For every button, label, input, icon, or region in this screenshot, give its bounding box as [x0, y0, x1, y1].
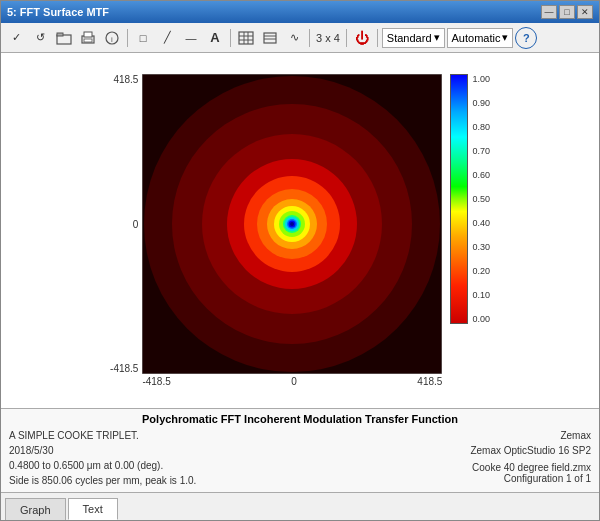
refresh-button[interactable]: ↺ [29, 27, 51, 49]
heatmap-svg [142, 74, 442, 374]
text-button[interactable]: A [204, 27, 226, 49]
plot-area: 418.5 0 -418.5 [110, 74, 490, 387]
colorbar: 1.00 0.90 0.80 0.70 0.60 0.50 0.40 0.30 … [450, 74, 490, 387]
info-line2: 2018/5/30 [9, 443, 196, 458]
cb-label-9: 0.10 [472, 290, 490, 300]
maximize-button[interactable]: □ [559, 5, 575, 19]
y-axis: 418.5 0 -418.5 [110, 74, 138, 374]
svg-point-29 [290, 222, 294, 226]
info-title: Polychromatic FFT Incoherent Modulation … [9, 413, 591, 425]
check-button[interactable]: ✓ [5, 27, 27, 49]
main-content: 418.5 0 -418.5 [1, 53, 599, 520]
info-right-container: Zemax Zemax OpticStudio 16 SP2 Cooke 40 … [470, 428, 591, 488]
line-button[interactable]: ╱ [156, 27, 178, 49]
tab-text[interactable]: Text [68, 498, 118, 520]
right-line2: Zemax OpticStudio 16 SP2 [470, 443, 591, 458]
y-mid-label: 0 [133, 219, 139, 230]
cb-label-4: 0.60 [472, 170, 490, 180]
x-mid-label: 0 [291, 376, 297, 387]
y-max-label: 418.5 [113, 74, 138, 85]
colorbar-inner: 1.00 0.90 0.80 0.70 0.60 0.50 0.40 0.30 … [450, 74, 490, 324]
svg-rect-12 [264, 33, 276, 43]
svg-rect-3 [84, 32, 92, 37]
tab-graph-label: Graph [20, 504, 51, 516]
sep5 [377, 29, 378, 47]
y-min-label: -418.5 [110, 363, 138, 374]
grid-view-button[interactable] [235, 27, 257, 49]
x-max-label: 418.5 [417, 376, 442, 387]
automatic-label: Automatic [452, 32, 501, 44]
cb-label-3: 0.70 [472, 146, 490, 156]
automatic-chevron-icon: ▾ [502, 31, 508, 44]
bottom-tabs: Graph Text [1, 492, 599, 520]
cb-label-6: 0.40 [472, 218, 490, 228]
info-line4: Side is 850.06 cycles per mm, peak is 1.… [9, 473, 196, 488]
tab-graph[interactable]: Graph [5, 498, 66, 520]
window-title: 5: FFT Surface MTF [7, 6, 109, 18]
info-line1: A SIMPLE COOKE TRIPLET. [9, 428, 196, 443]
help-button[interactable]: ? [515, 27, 537, 49]
close-button[interactable]: ✕ [577, 5, 593, 19]
cb-label-1: 0.90 [472, 98, 490, 108]
colorbar-labels: 1.00 0.90 0.80 0.70 0.60 0.50 0.40 0.30 … [472, 74, 490, 324]
plot-with-axes: 418.5 0 -418.5 [110, 74, 490, 387]
info-panel: Polychromatic FFT Incoherent Modulation … [1, 408, 599, 492]
x-min-label: -418.5 [142, 376, 170, 387]
svg-rect-4 [84, 39, 92, 42]
info-left: A SIMPLE COOKE TRIPLET. 2018/5/30 0.4800… [9, 428, 196, 488]
info-right: Zemax Zemax OpticStudio 16 SP2 [470, 428, 591, 458]
dash-button[interactable]: — [180, 27, 202, 49]
box-button[interactable]: □ [132, 27, 154, 49]
open-button[interactable] [53, 27, 75, 49]
wave-button[interactable]: ∿ [283, 27, 305, 49]
svg-text:i: i [111, 35, 113, 44]
info-right-bottom: Cooke 40 degree field.zmx Configuration … [470, 462, 591, 484]
cb-label-2: 0.80 [472, 122, 490, 132]
info-body: A SIMPLE COOKE TRIPLET. 2018/5/30 0.4800… [9, 428, 591, 488]
cb-label-0: 1.00 [472, 74, 490, 84]
plot-container: 418.5 0 -418.5 [1, 53, 599, 408]
plot-image-container: -418.5 0 418.5 [142, 74, 442, 387]
standard-dropdown[interactable]: Standard ▾ [382, 28, 445, 48]
sep1 [127, 29, 128, 47]
main-window: 5: FFT Surface MTF — □ ✕ ✓ ↺ i □ ╱ — A ∿ [0, 0, 600, 521]
svg-rect-7 [239, 32, 253, 44]
sep2 [230, 29, 231, 47]
right-bottom2: Configuration 1 of 1 [470, 473, 591, 484]
minimize-button[interactable]: — [541, 5, 557, 19]
sep4 [346, 29, 347, 47]
layers-button[interactable] [259, 27, 281, 49]
toolbar: ✓ ↺ i □ ╱ — A ∿ 3 x 4 ⏻ Standard ▾ [1, 23, 599, 53]
window-controls: — □ ✕ [541, 5, 593, 19]
heatmap-image [142, 74, 442, 374]
standard-label: Standard [387, 32, 432, 44]
info-line3: 0.4800 to 0.6500 μm at 0.00 (deg). [9, 458, 196, 473]
power-button[interactable]: ⏻ [351, 27, 373, 49]
tab-text-label: Text [83, 503, 103, 515]
automatic-dropdown[interactable]: Automatic ▾ [447, 28, 514, 48]
cb-label-8: 0.20 [472, 266, 490, 276]
standard-chevron-icon: ▾ [434, 31, 440, 44]
colorbar-gradient [450, 74, 468, 324]
print-button[interactable] [77, 27, 99, 49]
cb-label-5: 0.50 [472, 194, 490, 204]
cb-label-7: 0.30 [472, 242, 490, 252]
cb-label-10: 0.00 [472, 314, 490, 324]
title-bar: 5: FFT Surface MTF — □ ✕ [1, 1, 599, 23]
svg-rect-1 [57, 33, 63, 36]
info-button[interactable]: i [101, 27, 123, 49]
right-line1: Zemax [470, 428, 591, 443]
sep3 [309, 29, 310, 47]
right-bottom1: Cooke 40 degree field.zmx [470, 462, 591, 473]
x-axis: -418.5 0 418.5 [142, 376, 442, 387]
grid-label: 3 x 4 [314, 32, 342, 44]
